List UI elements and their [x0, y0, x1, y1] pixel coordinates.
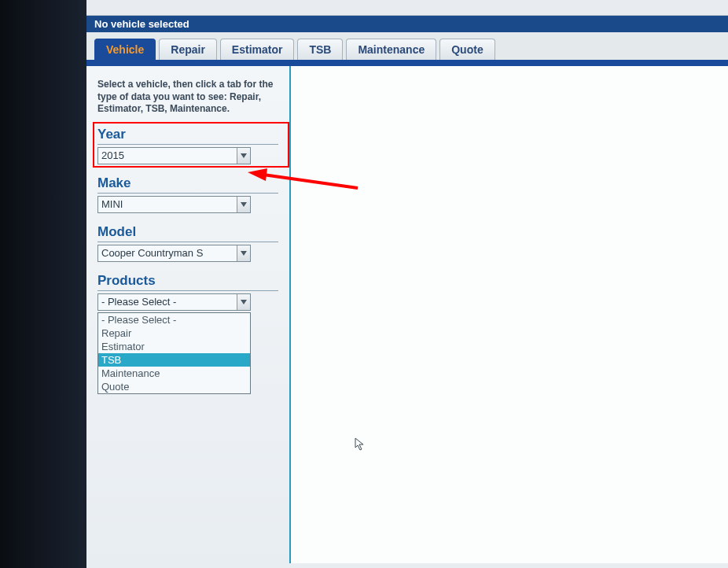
app-window: No vehicle selected Vehicle Repair Estim…	[86, 0, 728, 568]
tab-quote[interactable]: Quote	[439, 39, 495, 60]
left-pane: Select a vehicle, then click a tab for t…	[86, 66, 291, 563]
tab-estimator[interactable]: Estimator	[220, 39, 295, 60]
tab-label: Maintenance	[358, 43, 425, 56]
field-make: Make MINI	[97, 175, 278, 213]
status-text: No vehicle selected	[94, 18, 189, 30]
products-dropdown[interactable]: - Please Select -	[97, 293, 251, 311]
field-model: Model Cooper Countryman S	[97, 224, 278, 262]
products-option[interactable]: Estimator	[98, 340, 250, 353]
products-label: Products	[97, 273, 278, 291]
products-option[interactable]: TSB	[98, 353, 250, 367]
products-option[interactable]: Quote	[98, 380, 250, 393]
tab-label: Repair	[171, 43, 205, 56]
chevron-down-icon	[237, 245, 250, 261]
make-value: MINI	[98, 198, 237, 210]
option-label: Maintenance	[101, 367, 160, 379]
model-dropdown[interactable]: Cooper Countryman S	[97, 245, 251, 262]
photo-edge-dark	[0, 0, 86, 568]
tab-repair[interactable]: Repair	[159, 39, 217, 60]
products-option[interactable]: - Please Select -	[98, 313, 250, 326]
option-label: TSB	[101, 354, 121, 366]
chevron-down-icon	[237, 148, 250, 164]
products-value: - Please Select -	[98, 296, 237, 308]
window-toolbar	[86, 0, 728, 16]
tab-label: Quote	[451, 43, 483, 56]
field-year: Year 2015	[97, 127, 278, 164]
products-options-list: - Please Select - Repair Estimator TSB M…	[97, 312, 251, 394]
option-label: Quote	[101, 381, 129, 393]
tab-tsb[interactable]: TSB	[297, 39, 343, 60]
tab-maintenance[interactable]: Maintenance	[346, 39, 436, 60]
option-label: Estimator	[101, 341, 145, 352]
tab-label: Vehicle	[106, 43, 144, 56]
tab-vehicle[interactable]: Vehicle	[94, 39, 156, 60]
model-label: Model	[97, 224, 278, 242]
option-label: Repair	[101, 327, 131, 339]
year-dropdown[interactable]: 2015	[97, 147, 251, 164]
chevron-down-icon	[237, 294, 250, 310]
make-label: Make	[97, 175, 278, 194]
instruction-text: Select a vehicle, then click a tab for t…	[97, 79, 278, 116]
products-option[interactable]: Maintenance	[98, 367, 250, 380]
tab-label: TSB	[309, 43, 331, 56]
tabs-row: Vehicle Repair Estimator TSB Maintenance…	[86, 32, 728, 66]
year-value: 2015	[98, 149, 237, 161]
field-products: Products - Please Select - - Please Sele…	[97, 273, 278, 394]
content-area: Select a vehicle, then click a tab for t…	[86, 66, 728, 563]
tab-label: Estimator	[232, 43, 283, 56]
make-dropdown[interactable]: MINI	[97, 196, 251, 213]
year-label: Year	[97, 127, 278, 145]
status-bar: No vehicle selected	[86, 16, 728, 32]
products-option[interactable]: Repair	[98, 326, 250, 340]
right-pane	[291, 66, 728, 563]
model-value: Cooper Countryman S	[98, 247, 237, 259]
option-label: - Please Select -	[101, 314, 176, 326]
chevron-down-icon	[237, 197, 250, 212]
